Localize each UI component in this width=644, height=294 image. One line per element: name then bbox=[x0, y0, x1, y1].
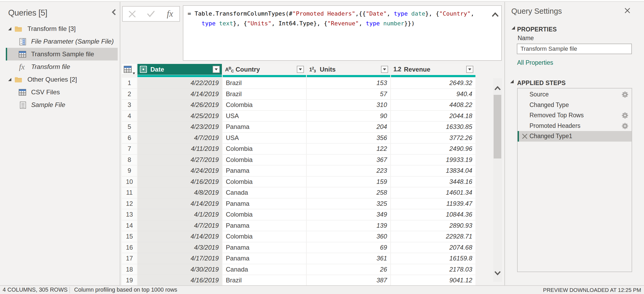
grid-cell[interactable]: 2890.93 bbox=[391, 220, 475, 231]
filter-button-revenue[interactable] bbox=[466, 66, 473, 73]
grid-cell[interactable]: 310 bbox=[307, 100, 390, 111]
all-properties-link[interactable]: All Properties bbox=[517, 59, 553, 66]
grid-cell[interactable]: 2074.68 bbox=[391, 242, 475, 253]
grid-cell[interactable]: Panama bbox=[223, 198, 306, 209]
grid-cell[interactable]: Colombia bbox=[223, 209, 306, 220]
tree-group-row[interactable]: Transform file [3] bbox=[0, 22, 119, 35]
grid-cell[interactable]: 9041.12 bbox=[391, 275, 475, 286]
grid-cell[interactable]: Colombia bbox=[223, 100, 306, 111]
applied-step-row[interactable]: Source bbox=[518, 89, 632, 100]
grid-cell[interactable]: Brazil bbox=[223, 89, 306, 100]
grid-cell[interactable]: 14601.34 bbox=[391, 187, 475, 198]
row-number-cell[interactable]: 6 bbox=[122, 133, 137, 144]
grid-cell[interactable]: Colombia bbox=[223, 231, 306, 242]
grid-cell[interactable]: 19933.19 bbox=[391, 155, 475, 166]
grid-cell[interactable]: 4/25/2019 bbox=[137, 111, 222, 122]
grid-cell[interactable]: 22928.71 bbox=[391, 231, 475, 242]
applied-step-row[interactable]: Removed Top Rows bbox=[518, 110, 632, 121]
grid-cell[interactable]: 2044.18 bbox=[391, 111, 475, 122]
grid-cell[interactable]: Brazil bbox=[223, 78, 306, 89]
grid-cell[interactable]: 4/3/2019 bbox=[137, 242, 222, 253]
grid-cell[interactable]: 223 bbox=[307, 165, 390, 176]
grid-cell[interactable]: 4/22/2019 bbox=[137, 78, 222, 89]
grid-cell[interactable]: 940.4 bbox=[391, 89, 475, 100]
tree-item-row[interactable]: fxTransform file bbox=[0, 60, 119, 73]
grid-cell[interactable]: 26 bbox=[307, 264, 390, 275]
tree-expand-caret[interactable] bbox=[8, 27, 12, 32]
formula-fx-button[interactable]: fx bbox=[162, 8, 178, 20]
row-number-cell[interactable]: 18 bbox=[122, 264, 137, 275]
properties-collapse-caret[interactable] bbox=[511, 26, 515, 31]
grid-cell[interactable]: 11939.47 bbox=[391, 198, 475, 209]
collapse-formula-button[interactable] bbox=[491, 12, 499, 18]
applied-steps-collapse-caret[interactable] bbox=[510, 80, 514, 85]
tree-item-row[interactable]: Transform Sample file bbox=[0, 48, 119, 60]
grid-cell[interactable]: Canada bbox=[223, 264, 306, 275]
grid-cell[interactable]: 4/16/2019 bbox=[137, 176, 222, 188]
grid-cell[interactable]: 159 bbox=[307, 176, 390, 188]
grid-cell[interactable]: 258 bbox=[307, 187, 390, 198]
grid-cell[interactable]: Panama bbox=[223, 122, 306, 133]
row-number-cell[interactable]: 16 bbox=[122, 242, 137, 253]
step-settings-button[interactable] bbox=[622, 91, 628, 98]
row-number-cell[interactable]: 9 bbox=[122, 165, 137, 176]
row-number-cell[interactable]: 19 bbox=[122, 275, 137, 286]
grid-cell[interactable]: 4408.22 bbox=[391, 100, 475, 111]
grid-cell[interactable]: Colombia bbox=[223, 176, 306, 188]
grid-cell[interactable]: 13834.04 bbox=[391, 165, 475, 176]
applied-step-row[interactable]: Changed Type1 bbox=[518, 131, 632, 142]
grid-cell[interactable]: USA bbox=[223, 111, 306, 122]
column-header-country[interactable]: ABCCountry bbox=[223, 64, 306, 75]
scroll-down-button[interactable] bbox=[494, 271, 501, 275]
grid-cell[interactable]: 16159.8 bbox=[391, 253, 475, 264]
grid-cell[interactable]: 387 bbox=[307, 275, 390, 286]
grid-cell[interactable]: Brazil bbox=[223, 275, 306, 286]
grid-cell[interactable]: 4/16/2019 bbox=[137, 275, 222, 286]
step-settings-button[interactable] bbox=[622, 123, 628, 129]
row-number-cell[interactable]: 3 bbox=[122, 100, 137, 111]
query-name-input[interactable] bbox=[517, 44, 632, 54]
row-number-cell[interactable]: 7 bbox=[122, 143, 137, 155]
select-all-corner-cell[interactable] bbox=[122, 64, 137, 75]
grid-cell[interactable]: USA bbox=[223, 133, 306, 144]
grid-cell[interactable]: 4/23/2019 bbox=[137, 122, 222, 133]
grid-cell[interactable]: 4/11/2019 bbox=[137, 143, 222, 155]
filter-button-date[interactable] bbox=[213, 66, 220, 73]
grid-cell[interactable]: Colombia bbox=[223, 155, 306, 166]
grid-cell[interactable]: 4/30/2019 bbox=[137, 264, 222, 275]
formula-code[interactable]: = Table.TransformColumnTypes(#"Promoted … bbox=[188, 9, 491, 28]
filter-button-units[interactable] bbox=[381, 66, 388, 73]
grid-cell[interactable]: 4/14/2019 bbox=[137, 231, 222, 242]
grid-cell[interactable]: 2490.96 bbox=[391, 143, 475, 155]
close-query-settings-button[interactable] bbox=[624, 7, 631, 14]
grid-cell[interactable]: Panama bbox=[223, 253, 306, 264]
row-number-cell[interactable]: 11 bbox=[122, 187, 137, 198]
grid-cell[interactable]: 2178.03 bbox=[391, 264, 475, 275]
grid-cell[interactable]: 4/1/2019 bbox=[137, 209, 222, 220]
column-header-revenue[interactable]: 1.2Revenue bbox=[391, 64, 475, 75]
formula-bar[interactable]: = Table.TransformColumnTypes(#"Promoted … bbox=[183, 5, 502, 61]
grid-cell[interactable]: 2649.32 bbox=[391, 78, 475, 89]
tree-item-row[interactable]: File Parameter (Sample File) bbox=[0, 35, 119, 48]
row-number-cell[interactable]: 10 bbox=[122, 176, 137, 188]
grid-cell[interactable]: 57 bbox=[307, 89, 390, 100]
grid-cell[interactable]: 4/14/2019 bbox=[137, 89, 222, 100]
collapse-queries-pane-button[interactable] bbox=[111, 9, 117, 16]
grid-cell[interactable]: 4/7/2019 bbox=[137, 133, 222, 144]
confirm-formula-button[interactable] bbox=[143, 8, 159, 20]
step-settings-button[interactable] bbox=[622, 112, 628, 119]
row-number-cell[interactable]: 14 bbox=[122, 220, 137, 231]
grid-cell[interactable]: 3772.26 bbox=[391, 133, 475, 144]
grid-cell[interactable]: 4/7/2019 bbox=[137, 220, 222, 231]
row-number-cell[interactable]: 12 bbox=[122, 198, 137, 209]
grid-cell[interactable]: 16330.85 bbox=[391, 122, 475, 133]
applied-step-row[interactable]: Changed Type bbox=[518, 100, 632, 110]
grid-cell[interactable]: 4/8/2019 bbox=[137, 187, 222, 198]
grid-cell[interactable]: 367 bbox=[307, 155, 390, 166]
grid-cell[interactable]: Colombia bbox=[223, 143, 306, 155]
delete-step-button[interactable] bbox=[522, 133, 528, 139]
grid-cell[interactable]: 4/24/2019 bbox=[137, 165, 222, 176]
grid-cell[interactable]: 122 bbox=[307, 143, 390, 155]
column-header-units[interactable]: 123Units bbox=[307, 64, 390, 75]
grid-cell[interactable]: 325 bbox=[307, 198, 390, 209]
